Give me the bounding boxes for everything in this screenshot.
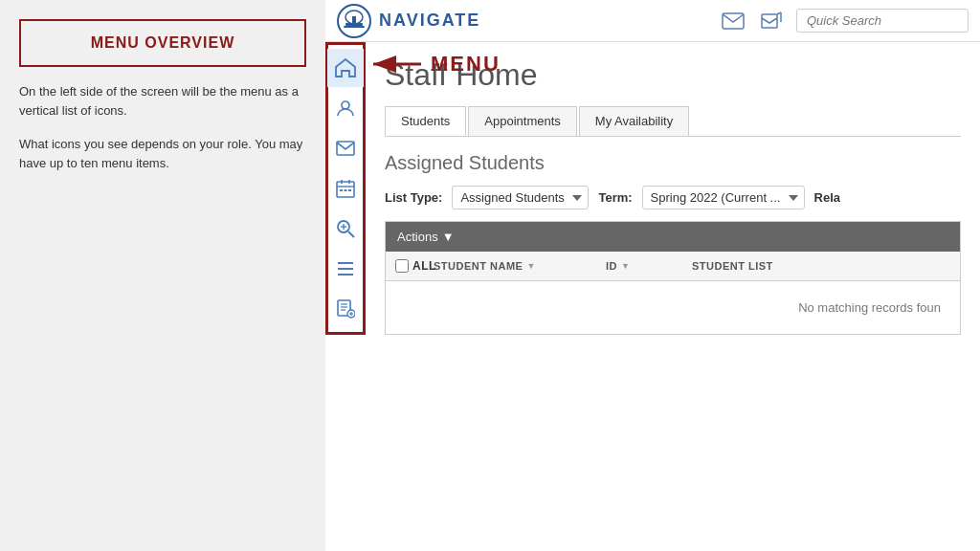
svg-rect-4	[352, 16, 356, 23]
student-icon[interactable]	[758, 8, 785, 34]
svg-rect-6	[762, 14, 777, 28]
sidebar-item-messages[interactable]	[327, 129, 364, 167]
students-table: Actions ▼ ALL STUDENT NAME ▼	[385, 221, 961, 335]
table-col-name[interactable]: STUDENT NAME ▼	[424, 252, 596, 280]
list-type-label: List Type:	[385, 190, 442, 205]
svg-line-20	[348, 231, 354, 237]
table-col-id[interactable]: ID ▼	[596, 252, 682, 280]
menu-overview-title: MENU OVERVIEW	[91, 34, 235, 51]
main-area: NAVIGATE	[325, 0, 980, 551]
col-name-label: STUDENT NAME	[434, 260, 523, 272]
sidebar-item-reports[interactable]	[327, 290, 364, 328]
actions-arrow-icon: ▼	[442, 230, 455, 244]
table-header: ALL STUDENT NAME ▼ ID ▼ STUDENT LIST	[386, 252, 960, 281]
svg-rect-17	[345, 189, 347, 191]
sidebar-menu	[325, 42, 366, 335]
nav-logo[interactable]: NAVIGATE	[337, 4, 480, 38]
sidebar-item-home[interactable]	[327, 49, 364, 87]
quick-search-input[interactable]	[796, 9, 969, 33]
annotation-paragraph-1: On the left side of the screen will be t…	[19, 82, 306, 120]
actions-bar[interactable]: Actions ▼	[386, 222, 960, 252]
svg-rect-16	[340, 189, 343, 191]
tab-students[interactable]: Students	[385, 106, 466, 136]
content-area: MENU Staff Home Students Appointments My…	[325, 42, 980, 551]
list-type-select[interactable]: Assigned Students	[452, 186, 589, 209]
col-name-sort-icon: ▼	[526, 261, 535, 271]
no-records-message: No matching records foun	[386, 281, 960, 334]
table-body: No matching records foun	[386, 281, 960, 334]
mail-icon[interactable]	[720, 8, 746, 34]
select-all-checkbox[interactable]	[395, 259, 409, 273]
svg-rect-18	[348, 189, 351, 191]
navigate-logo-icon	[337, 4, 371, 38]
annotation-paragraph-2: What icons you see depends on your role.…	[19, 135, 306, 172]
svg-point-9	[780, 20, 782, 22]
svg-point-10	[342, 101, 349, 109]
page-content: Staff Home Students Appointments My Avai…	[366, 42, 980, 551]
col-id-sort-icon: ▼	[621, 261, 630, 271]
menu-overview-box: MENU OVERVIEW	[19, 19, 306, 67]
col-list-label: STUDENT LIST	[692, 260, 773, 272]
col-id-label: ID	[606, 260, 617, 272]
tabs-container: Students Appointments My Availability	[385, 106, 961, 137]
relationship-label: Rela	[814, 190, 840, 205]
section-title: Assigned Students	[385, 152, 961, 174]
filter-row: List Type: Assigned Students Term: Sprin…	[385, 186, 961, 209]
sidebar-item-list[interactable]	[327, 250, 364, 288]
table-col-student-list: STUDENT LIST	[682, 252, 960, 280]
svg-rect-2	[345, 23, 363, 26]
svg-rect-3	[344, 26, 365, 28]
nav-title-text: NAVIGATE	[379, 11, 480, 31]
sidebar-item-search[interactable]	[327, 209, 364, 248]
tab-appointments[interactable]: Appointments	[468, 106, 577, 136]
svg-rect-5	[723, 13, 744, 29]
annotation-panel: MENU OVERVIEW On the left side of the sc…	[0, 0, 325, 551]
table-col-check: ALL	[386, 252, 424, 280]
term-label: Term:	[598, 190, 632, 205]
sidebar-item-profile[interactable]	[327, 89, 364, 127]
tab-my-availability[interactable]: My Availability	[579, 106, 689, 136]
top-bar: NAVIGATE	[325, 0, 980, 42]
sidebar-item-calendar[interactable]	[327, 169, 364, 208]
page-title: Staff Home	[385, 57, 961, 93]
actions-label: Actions	[397, 230, 438, 244]
term-select[interactable]: Spring 2022 (Current ...	[642, 186, 805, 209]
